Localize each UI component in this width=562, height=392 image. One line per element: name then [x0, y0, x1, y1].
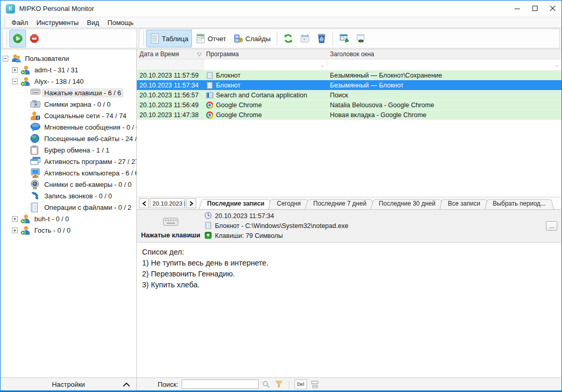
window-arrow-icon: [339, 34, 349, 43]
calendar-button[interactable]: [297, 30, 313, 47]
toolbar-grip-2: [142, 31, 145, 46]
menu-tools[interactable]: Инструменты: [32, 18, 83, 28]
more-options-button[interactable]: ...: [546, 221, 557, 231]
close-button[interactable]: [544, 1, 561, 17]
table-view-button[interactable]: Таблица: [146, 30, 192, 47]
column-label: Дата и Время: [139, 50, 179, 58]
notepad-icon: [205, 222, 212, 231]
calendar-mini-icon: [184, 201, 185, 206]
left-panel: Пользователи adm-t - 31 / 31: [1, 49, 137, 390]
record-detail-header: Нажатые клавиши 20.10.2023 11:57:34 Блок…: [137, 210, 561, 243]
play-icon: [13, 34, 22, 43]
collapse-icon[interactable]: [12, 79, 18, 84]
menu-help[interactable]: Помощь: [104, 18, 138, 28]
tree-item-file-operations[interactable]: Операции с файлами - 0 / 2: [1, 201, 136, 213]
tree-item-computer-activity[interactable]: Активность компьютера - 6 / 6: [1, 167, 136, 179]
tab-last-30-days[interactable]: Последние 30 дней: [373, 197, 442, 209]
filter-funnel-icon[interactable]: [274, 380, 284, 389]
collapse-icon[interactable]: [3, 56, 8, 61]
tree-item-im[interactable]: Мгновенные сообщения - 0 / 0: [1, 121, 136, 133]
records-panel: Дата и Время Программа Заголовок окна ⌄ …: [137, 49, 561, 390]
table-row[interactable]: 20.10.2023 11:56:57 Search and Cortana a…: [137, 90, 561, 100]
cell-program: Search and Cortana application: [216, 92, 307, 99]
tree-label: Снимки экрана - 0 / 0: [42, 100, 112, 109]
table-row[interactable]: 20.10.2023 11:47:38 Google Chrome Новая …: [137, 110, 561, 120]
filter-program-combo[interactable]: ⌄: [203, 59, 327, 70]
tree-item-webcam[interactable]: Снимки с веб-камеры - 0 / 0: [1, 179, 136, 190]
tree-item-program-activity[interactable]: Активность программ - 27 / 27: [1, 156, 136, 167]
tree-item-keystrokes[interactable]: Нажатые клавиши - 6 / 6: [1, 87, 136, 98]
monitor-icon: [30, 168, 40, 178]
open-in-window-button[interactable]: [336, 30, 352, 47]
tree-item-websites[interactable]: Посещенные веб-сайты - 24 / 24: [1, 133, 136, 144]
tree-label: Alyx- - 138 / 140: [32, 77, 86, 86]
maximize-button[interactable]: [526, 1, 544, 17]
expand-icon[interactable]: [12, 216, 18, 222]
tree-item-users-root[interactable]: Пользователи: [1, 53, 136, 64]
column-header-window-title[interactable]: Заголовок окна: [327, 50, 561, 58]
tab-latest-records[interactable]: Последние записи: [201, 197, 271, 209]
table-row[interactable]: 20.10.2023 11:57:59 Блокнот Безымянный —…: [137, 70, 561, 80]
preview-button[interactable]: [352, 30, 369, 47]
tab-all-records[interactable]: Все записи: [442, 197, 487, 209]
settings-toggle[interactable]: Настройки: [1, 377, 136, 390]
expand-icon[interactable]: [12, 67, 18, 73]
table-header: Дата и Время Программа Заголовок окна: [137, 49, 561, 59]
search-input[interactable]: [182, 380, 259, 389]
toolbar-separator: [277, 32, 277, 45]
minimize-button[interactable]: [508, 1, 526, 17]
tree-item-adm-t[interactable]: adm-t - 31 / 31: [1, 64, 136, 75]
report-view-button[interactable]: Отчет: [192, 30, 230, 47]
column-header-datetime[interactable]: Дата и Время: [137, 50, 203, 58]
del-key-button[interactable]: Del: [295, 380, 307, 389]
del-key-label: Del: [297, 382, 304, 387]
tree-item-alyx[interactable]: Alyx- - 138 / 140: [1, 75, 136, 87]
chevron-down-icon: ⌄: [320, 61, 327, 68]
prev-day-button[interactable]: [139, 198, 149, 208]
search-bar: Поиск: Del: [137, 377, 561, 390]
tree-label: Социальные сети - 74 / 74: [42, 111, 129, 120]
tree-item-guest[interactable]: Гость - 0 / 0: [1, 224, 136, 236]
column-header-program[interactable]: Программа: [203, 50, 327, 58]
chrome-icon: [206, 102, 213, 109]
tree-item-screenshots[interactable]: Снимки экрана - 0 / 0: [1, 98, 136, 110]
user-active-icon: [20, 225, 30, 235]
cell-program: Блокнот: [216, 72, 240, 79]
record-program-path: Блокнот - C:\Windows\System32\notepad.ex…: [215, 222, 348, 230]
tree-item-social[interactable]: f Социальные сети - 74 / 74: [1, 110, 136, 121]
date-value: 20.10.2023: [152, 200, 183, 207]
tab-select-period[interactable]: Выбрать период...: [487, 197, 552, 209]
refresh-button[interactable]: [280, 30, 297, 47]
tab-today[interactable]: Сегодня: [271, 197, 307, 209]
date-picker[interactable]: 20.10.2023 ▼: [150, 198, 185, 208]
tree-item-buh-t[interactable]: buh-t - 0 / 0: [1, 213, 136, 224]
keys-view-icon[interactable]: [310, 380, 320, 389]
filter-title-combo[interactable]: ⌄: [327, 59, 561, 70]
text-line: 1) Не тупить весь день в интернете.: [142, 258, 556, 269]
next-day-button[interactable]: [186, 198, 196, 208]
cell-datetime: 20.10.2023 11:57:59: [137, 72, 203, 79]
tree-label: Активность программ - 27 / 27: [42, 157, 136, 166]
expand-icon[interactable]: [12, 227, 18, 233]
record-time: 20.10.2023 11:57:34: [215, 212, 274, 220]
tree-label: Мгновенные сообщения - 0 / 0: [42, 123, 136, 132]
period-tabs: Последние записи Сегодня Последние 7 дне…: [201, 197, 552, 209]
menu-file[interactable]: Файл: [7, 18, 32, 28]
table-row-selected[interactable]: 20.10.2023 11:57:34 Блокнот Безымянный —…: [137, 80, 561, 90]
users-tree: Пользователи adm-t - 31 / 31: [1, 49, 136, 377]
column-label: Заголовок окна: [330, 50, 374, 58]
stop-monitoring-button[interactable]: [26, 30, 43, 47]
tab-last-7-days[interactable]: Последние 7 дней: [307, 197, 373, 209]
period-tabbar: 20.10.2023 ▼ Последние записи Сегодня По…: [137, 197, 561, 210]
tree-item-clipboard[interactable]: Буфер обмена - 1 / 1: [1, 144, 136, 156]
menu-view[interactable]: Вид: [83, 18, 104, 28]
text-line: 3) Купить хлеба.: [142, 280, 556, 290]
view-toolbar: Таблица Отчет Слайды: [139, 29, 560, 48]
filter-datetime[interactable]: [137, 59, 203, 70]
table-row[interactable]: 20.10.2023 11:56:49 Google Chrome Natali…: [137, 100, 561, 110]
start-monitoring-button[interactable]: [9, 30, 26, 47]
slides-view-button[interactable]: Слайды: [230, 30, 274, 47]
delete-records-button[interactable]: [313, 30, 330, 47]
search-icon[interactable]: [262, 380, 271, 389]
tree-item-calls[interactable]: Запись звонков - 0 / 0: [1, 190, 136, 201]
